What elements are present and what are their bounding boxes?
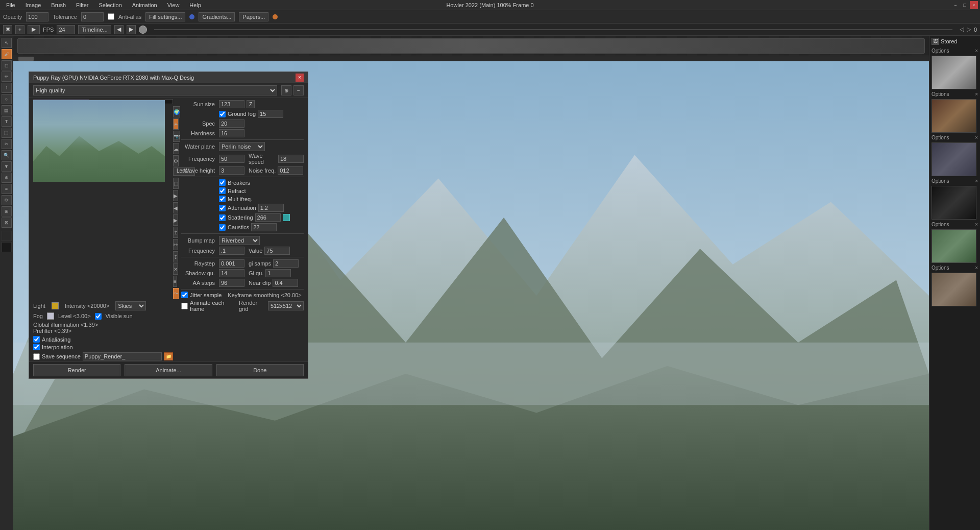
hardness-input[interactable] xyxy=(219,129,244,137)
tool-arrow-btn[interactable]: ▶ xyxy=(28,25,40,34)
tool-select-lasso[interactable]: ✂ xyxy=(2,139,12,149)
anti-alias-checkbox[interactable] xyxy=(108,13,114,20)
quality-select[interactable]: High quality Medium quality Low quality xyxy=(33,85,277,95)
tool-rotate[interactable]: ⟳ xyxy=(2,195,12,205)
move-dialog-btn[interactable]: ⊕ xyxy=(281,85,291,95)
antialiasing-checkbox[interactable] xyxy=(33,336,40,343)
animate-btn[interactable]: Animate... xyxy=(125,364,212,376)
fps-input[interactable] xyxy=(57,25,75,34)
light-color-swatch[interactable] xyxy=(52,302,59,309)
save-folder-btn[interactable]: 📁 xyxy=(164,352,173,360)
jitter-checkbox[interactable] xyxy=(181,292,188,298)
timeline-btn[interactable]: Timeline... xyxy=(78,25,111,34)
scattering-checkbox[interactable] xyxy=(219,214,226,221)
caustics-input[interactable] xyxy=(251,223,277,231)
water-plane-select[interactable]: Perlin noise None xyxy=(219,142,265,151)
frequency-input[interactable] xyxy=(219,155,244,163)
sun-size-input[interactable] xyxy=(219,100,244,108)
scattering-input[interactable] xyxy=(255,213,281,222)
wave-height-input[interactable] xyxy=(219,166,244,175)
breakers-checkbox[interactable] xyxy=(219,179,226,186)
tool-select-btn[interactable]: ✖ xyxy=(3,25,12,34)
tool-fill[interactable]: ▤ xyxy=(2,105,12,115)
noise-freq-input[interactable] xyxy=(278,166,303,175)
gi-samps-input[interactable] xyxy=(273,259,299,268)
done-btn[interactable]: Done xyxy=(216,364,304,376)
aa-steps-input[interactable] xyxy=(219,279,244,287)
menu-help[interactable]: Help xyxy=(187,1,203,9)
menu-filter[interactable]: Filter xyxy=(74,1,90,9)
nav-back-btn[interactable]: ◁ xyxy=(960,26,964,33)
pin-dialog-btn[interactable]: − xyxy=(293,85,304,95)
spec-input[interactable] xyxy=(219,119,244,128)
attenuation-checkbox[interactable] xyxy=(219,205,226,211)
fog-color-swatch[interactable] xyxy=(47,312,54,320)
prev-frame-btn[interactable]: ◀ xyxy=(114,25,124,34)
options-x-1[interactable]: × xyxy=(975,48,978,54)
close-btn[interactable]: × xyxy=(970,1,978,9)
tool-smudge[interactable]: ⌇ xyxy=(2,83,12,93)
papers-btn[interactable]: Papers... xyxy=(239,12,268,21)
ground-fog-checkbox[interactable] xyxy=(219,111,226,117)
menu-selection[interactable]: Selection xyxy=(97,1,124,9)
wave-speed-input[interactable] xyxy=(278,155,304,163)
save-sequence-input[interactable] xyxy=(83,352,162,360)
options-x-5[interactable]: × xyxy=(975,222,978,227)
render-btn[interactable]: Render xyxy=(33,364,120,376)
tool-select-rect[interactable]: ⬚ xyxy=(2,128,12,138)
near-clip-input[interactable] xyxy=(273,279,298,287)
refract-checkbox[interactable] xyxy=(219,187,226,194)
tool-move[interactable]: ⊕ xyxy=(2,173,12,183)
attenuation-input[interactable] xyxy=(258,204,284,212)
tool-paint[interactable]: 🖌 xyxy=(2,49,12,59)
tolerance-input[interactable] xyxy=(81,12,104,21)
menu-view[interactable]: View xyxy=(165,1,182,9)
menu-file[interactable]: File xyxy=(4,1,17,9)
nav-fwd-btn[interactable]: ▷ xyxy=(967,26,971,33)
bump-freq-input[interactable] xyxy=(219,247,244,255)
scroll-thumb[interactable] xyxy=(18,57,34,61)
tool-pencil[interactable]: ✏ xyxy=(2,71,12,82)
tool-text[interactable]: T xyxy=(2,116,12,127)
color-bg[interactable] xyxy=(2,242,12,252)
mult-ifreq-checkbox[interactable] xyxy=(219,196,226,202)
caustics-checkbox[interactable] xyxy=(219,224,226,231)
menu-image[interactable]: Image xyxy=(23,1,43,9)
tool-add-btn[interactable]: + xyxy=(15,25,24,34)
tool-pointer[interactable]: ↖ xyxy=(2,38,12,48)
tool-zoom[interactable]: 🔍 xyxy=(2,150,12,160)
interpolation-checkbox[interactable] xyxy=(33,344,40,350)
opacity-input[interactable] xyxy=(26,12,48,21)
minimize-btn[interactable]: − xyxy=(951,1,960,9)
frame-indicator[interactable] xyxy=(139,26,147,34)
tool-grid[interactable]: ⊞ xyxy=(2,206,12,216)
stored-icon[interactable]: 🖼 xyxy=(932,38,939,45)
render-dialog-close[interactable]: × xyxy=(296,74,304,82)
options-x-4[interactable]: × xyxy=(975,178,978,184)
ground-fog-input[interactable] xyxy=(258,110,283,118)
options-x-2[interactable]: × xyxy=(975,91,978,97)
scattering-color[interactable] xyxy=(283,214,290,221)
gi-qu-input[interactable] xyxy=(265,269,291,277)
light-type-select[interactable]: Skies Point xyxy=(115,301,146,310)
tool-shape[interactable]: ○ xyxy=(2,94,12,104)
maximize-btn[interactable]: □ xyxy=(961,1,969,9)
options-x-6[interactable]: × xyxy=(975,265,978,271)
z-btn[interactable]: Z xyxy=(247,100,255,108)
visible-sun-checkbox[interactable] xyxy=(95,313,102,320)
tool-layer[interactable]: ≡ xyxy=(2,184,12,194)
bump-map-select[interactable]: Riverbed None xyxy=(219,236,260,245)
fill-settings-btn[interactable]: Fill settings... xyxy=(145,12,185,21)
animate-each-frame-checkbox[interactable] xyxy=(181,303,188,309)
render-grid-select[interactable]: 512x512 256x256 1024x1024 xyxy=(268,301,304,310)
save-sequence-checkbox[interactable] xyxy=(33,353,40,360)
menu-brush[interactable]: Brush xyxy=(49,1,68,9)
shadow-qu-input[interactable] xyxy=(219,269,244,277)
bump-value-input[interactable] xyxy=(264,247,290,255)
rt-icon-9[interactable]: ≡ xyxy=(173,276,177,287)
tool-dropper[interactable]: ▼ xyxy=(2,161,12,172)
tool-eraser[interactable]: ◻ xyxy=(2,60,12,70)
tool-extra[interactable]: ⊠ xyxy=(2,218,12,228)
next-frame-btn[interactable]: ▶ xyxy=(127,25,136,34)
menu-animation[interactable]: Animation xyxy=(130,1,159,9)
